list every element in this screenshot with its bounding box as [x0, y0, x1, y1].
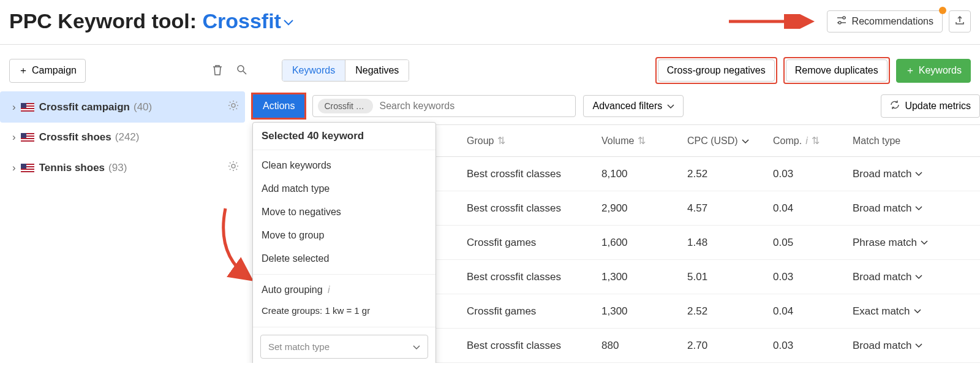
- update-metrics-label: Update metrics: [905, 101, 971, 112]
- toolbar: ＋ Campaign Keywords Negatives Cross-grou…: [0, 45, 980, 91]
- sidebar-item-crossfit-campaign[interactable]: › Crossfit campaign (40): [0, 91, 245, 123]
- action-add-match-type[interactable]: Add match type: [253, 177, 435, 200]
- svg-point-1: [843, 17, 845, 19]
- flag-us-icon: [21, 164, 34, 172]
- match-label: Phrase match: [853, 237, 917, 249]
- search-input[interactable]: [377, 98, 570, 114]
- tab-keywords[interactable]: Keywords: [282, 60, 345, 81]
- actions-button[interactable]: Actions: [252, 94, 305, 118]
- gear-icon[interactable]: [228, 161, 239, 175]
- remove-duplicates-highlight: Remove duplicates: [783, 57, 890, 84]
- search-icon: [236, 68, 247, 77]
- col-group[interactable]: Group⇅: [461, 125, 595, 156]
- cell-cpc: 1.48: [681, 228, 767, 257]
- cell-group: Crossfit games: [461, 297, 595, 326]
- sidebar-item-count: (93): [108, 162, 127, 174]
- project-name[interactable]: Crossfit: [202, 9, 281, 32]
- recommendations-label: Recommendations: [852, 16, 933, 27]
- remove-duplicates-button[interactable]: Remove duplicates: [786, 59, 888, 82]
- refresh-icon: [890, 100, 900, 112]
- export-icon: [955, 15, 965, 27]
- cell-comp: 0.03: [767, 262, 846, 292]
- cell-comp: 0.03: [767, 159, 846, 189]
- add-campaign-button[interactable]: ＋ Campaign: [9, 59, 86, 83]
- sidebar-item-tennis-shoes[interactable]: › Tennis shoes (93): [0, 152, 245, 183]
- cross-group-highlight: Cross-group negatives: [655, 57, 777, 84]
- cell-volume: 8,100: [595, 159, 681, 189]
- cell-group: Best crossfit classes: [461, 194, 595, 223]
- svg-point-20: [232, 164, 235, 168]
- cell-match[interactable]: Broad match: [846, 331, 980, 360]
- sidebar-item-count: (40): [134, 101, 152, 113]
- sidebar-item-crossfit-shoes[interactable]: › Crossfit shoes (242): [0, 123, 245, 152]
- match-label: Exact match: [853, 305, 910, 318]
- action-move-group[interactable]: Move to group: [253, 224, 435, 247]
- update-metrics-button[interactable]: Update metrics: [881, 94, 980, 118]
- trash-button[interactable]: [208, 60, 227, 82]
- sidebar-item-label: Crossfit shoes: [39, 131, 111, 143]
- cell-volume: 2,900: [595, 194, 681, 223]
- action-delete-selected[interactable]: Delete selected: [253, 247, 435, 270]
- gear-icon[interactable]: [228, 100, 239, 114]
- advanced-filters-button[interactable]: Advanced filters: [583, 95, 684, 117]
- auto-grouping-label: Auto grouping: [262, 284, 323, 295]
- col-cpc[interactable]: CPC (USD): [681, 125, 767, 156]
- search-button[interactable]: [233, 61, 251, 81]
- cell-match[interactable]: Exact match: [846, 297, 980, 326]
- svg-rect-7: [21, 109, 34, 110]
- cell-cpc: 5.01: [681, 262, 767, 292]
- chevron-down-icon: [914, 309, 921, 314]
- set-match-type-select[interactable]: Set match type: [260, 335, 428, 359]
- svg-rect-13: [21, 139, 34, 140]
- chevron-right-icon: ›: [12, 131, 16, 143]
- recommendations-button[interactable]: Recommendations: [827, 10, 943, 32]
- cell-volume: 1,300: [595, 262, 681, 292]
- svg-point-3: [238, 66, 244, 72]
- col-volume[interactable]: Volume⇅: [595, 125, 681, 156]
- search-keywords[interactable]: Crossfit ca…: [312, 95, 576, 117]
- keywords-negatives-tabs: Keywords Negatives: [282, 59, 409, 82]
- action-clean-keywords[interactable]: Clean keywords: [253, 154, 435, 177]
- cell-match[interactable]: Broad match: [846, 262, 980, 292]
- sidebar-item-label: Crossfit campaign: [39, 101, 130, 113]
- tab-negatives[interactable]: Negatives: [345, 60, 409, 81]
- chevron-down-icon: [667, 101, 674, 112]
- sort-icon: ⇅: [497, 135, 505, 147]
- col-comp[interactable]: Comp.i⇅: [767, 125, 846, 156]
- sidebar-item-count: (242): [115, 131, 140, 143]
- cell-match[interactable]: Phrase match: [846, 228, 980, 257]
- cell-cpc: 2.52: [681, 297, 767, 326]
- col-match[interactable]: Match type: [846, 125, 980, 156]
- cell-group: Crossfit games: [461, 228, 595, 257]
- cell-comp: 0.03: [767, 331, 846, 360]
- info-icon: i: [328, 284, 330, 295]
- action-move-negatives[interactable]: Move to negatives: [253, 200, 435, 224]
- svg-point-2: [839, 21, 841, 24]
- add-keywords-label: Keywords: [919, 65, 962, 76]
- action-auto-grouping[interactable]: Auto grouping i: [253, 278, 435, 302]
- main-toolbar: Actions Selected 40 keyword Clean keywor…: [252, 91, 980, 124]
- sidebar-item-label: Tennis shoes: [39, 162, 105, 174]
- cell-volume: 1,600: [595, 228, 681, 257]
- sort-icon: ⇅: [638, 135, 646, 147]
- info-icon: i: [805, 135, 808, 147]
- add-keywords-button[interactable]: ＋ Keywords: [896, 59, 971, 83]
- cross-group-negatives-button[interactable]: Cross-group negatives: [658, 59, 775, 82]
- cell-comp: 0.05: [767, 228, 846, 257]
- cell-match[interactable]: Broad match: [846, 194, 980, 223]
- project-chevron-icon[interactable]: [284, 9, 293, 33]
- svg-rect-8: [21, 103, 26, 108]
- cell-match[interactable]: Broad match: [846, 159, 980, 189]
- chevron-down-icon: [742, 135, 749, 147]
- cell-comp: 0.04: [767, 297, 846, 326]
- search-chip[interactable]: Crossfit ca…: [318, 99, 373, 113]
- cell-volume: 1,300: [595, 297, 681, 326]
- svg-rect-19: [21, 164, 26, 169]
- export-button[interactable]: [949, 10, 971, 32]
- chevron-down-icon: [413, 341, 420, 352]
- chevron-down-icon: [915, 172, 922, 177]
- main-layout: › Crossfit campaign (40) › Crossfit shoe…: [0, 91, 980, 363]
- set-match-label: Set match type: [268, 341, 330, 352]
- sliders-icon: [836, 16, 847, 27]
- title-prefix: PPC Keyword tool:: [9, 9, 202, 32]
